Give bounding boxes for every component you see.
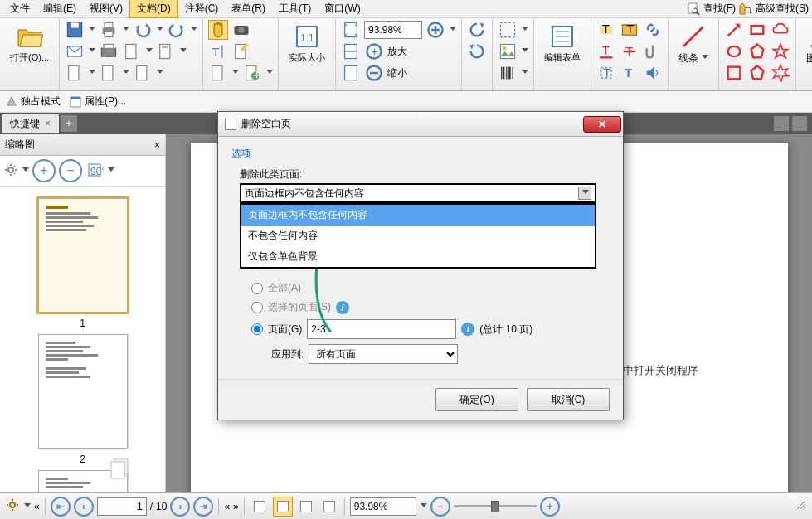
- exclusive-mode[interactable]: 独占模式: [5, 95, 61, 109]
- redo-icon[interactable]: [167, 20, 187, 40]
- tab-0[interactable]: 快捷键×: [2, 114, 59, 133]
- image-icon[interactable]: [498, 41, 518, 61]
- cloud-icon[interactable]: [771, 20, 790, 40]
- burst-icon[interactable]: [771, 63, 790, 83]
- menu-file[interactable]: 文件: [3, 0, 36, 17]
- fit-page-icon[interactable]: [341, 20, 361, 40]
- caret-icon[interactable]: T: [596, 63, 616, 83]
- rotate-thumb-icon[interactable]: 90°: [85, 161, 104, 182]
- chevron-down-icon[interactable]: [578, 187, 591, 200]
- menu-window[interactable]: 窗口(W): [318, 0, 367, 17]
- zoom-in-label[interactable]: 放大: [387, 45, 407, 59]
- rect-icon[interactable]: [747, 20, 767, 40]
- zoom-input[interactable]: [364, 21, 422, 39]
- panel-toggle-icon[interactable]: «: [34, 501, 40, 512]
- underline-icon[interactable]: T: [596, 41, 616, 61]
- barcode-icon[interactable]: [498, 63, 518, 83]
- adv-find-label[interactable]: 高级查找(S): [756, 2, 809, 16]
- sound-icon[interactable]: [643, 63, 663, 83]
- fit-width-icon[interactable]: [341, 41, 361, 61]
- open-button[interactable]: 打开(O)...: [5, 20, 54, 67]
- range-all-radio[interactable]: [251, 283, 263, 294]
- lines-button[interactable]: 线条: [673, 20, 713, 69]
- edit-tool[interactable]: [231, 41, 251, 61]
- zoom-in-circle[interactable]: [425, 20, 445, 40]
- thumbnail-2[interactable]: [38, 334, 128, 449]
- print-icon[interactable]: [99, 20, 119, 40]
- last-page-button[interactable]: ⇥: [193, 497, 213, 517]
- pages-input[interactable]: [307, 319, 456, 339]
- new-tab-button[interactable]: +: [61, 115, 77, 132]
- info-icon[interactable]: i: [461, 323, 474, 336]
- snapshot-tool[interactable]: [231, 20, 251, 40]
- actual-size-button[interactable]: 1:1 实际大小: [284, 20, 330, 67]
- current-page-input[interactable]: [97, 497, 147, 516]
- continuous-view[interactable]: [273, 497, 293, 517]
- polygon-icon[interactable]: [747, 41, 767, 61]
- polygon2-icon[interactable]: [747, 63, 767, 83]
- menu-tools[interactable]: 工具(T): [272, 0, 318, 17]
- save-icon[interactable]: [65, 20, 85, 40]
- tab-dropdown[interactable]: [774, 116, 789, 131]
- menu-document[interactable]: 文档(D): [129, 0, 178, 18]
- menu-view[interactable]: 视图(V): [83, 0, 129, 17]
- thumb-zoom-out[interactable]: −: [59, 159, 82, 182]
- panel-close-icon[interactable]: ×: [154, 139, 160, 151]
- zoom-in-big[interactable]: +: [364, 41, 384, 61]
- facing-view[interactable]: [296, 497, 316, 517]
- doc2-icon[interactable]: [156, 41, 176, 61]
- rotate-ccw-icon[interactable]: [467, 20, 487, 40]
- star-icon[interactable]: [771, 41, 790, 61]
- ellipse-icon[interactable]: [724, 41, 744, 61]
- strikeout-icon[interactable]: T: [620, 41, 639, 61]
- apply-to-select[interactable]: 所有页面: [309, 344, 458, 364]
- insert-tool[interactable]: +: [242, 63, 262, 83]
- thumbnail-1[interactable]: [38, 198, 128, 313]
- combo-option-0[interactable]: 页面边框内不包含任何内容: [241, 205, 595, 226]
- options-gear-icon[interactable]: [5, 497, 20, 515]
- next-view-icon[interactable]: »: [233, 501, 239, 512]
- edit-form-button[interactable]: 编辑表单: [539, 20, 586, 67]
- menu-comment[interactable]: 注释(C): [178, 0, 226, 17]
- zoom-slider[interactable]: [454, 505, 537, 507]
- tab-close-all[interactable]: [792, 116, 807, 131]
- doc1-icon[interactable]: [122, 41, 142, 61]
- info-icon[interactable]: i: [336, 301, 349, 314]
- zoom-out-label[interactable]: 缩小: [387, 66, 407, 80]
- resize-grip-icon[interactable]: [795, 499, 807, 513]
- properties-button[interactable]: 属性(P)...: [69, 95, 126, 109]
- single-page-view[interactable]: [250, 497, 270, 517]
- stamp-button[interactable]: 图章: [801, 20, 812, 69]
- link-icon[interactable]: [643, 20, 663, 40]
- first-page-button[interactable]: ⇤: [51, 497, 71, 517]
- next-page-button[interactable]: ›: [170, 497, 190, 517]
- status-zoom-out[interactable]: −: [430, 497, 450, 517]
- range-selected-radio[interactable]: [251, 302, 263, 313]
- range-pages-radio[interactable]: [251, 323, 263, 335]
- arrow-icon[interactable]: [724, 20, 744, 40]
- ok-button[interactable]: 确定(O): [435, 388, 518, 411]
- menu-edit[interactable]: 编辑(E): [36, 0, 83, 17]
- status-zoom-input[interactable]: [350, 497, 416, 516]
- doc5-icon[interactable]: [133, 63, 153, 83]
- select-marquee-icon[interactable]: [498, 20, 518, 40]
- select-text-tool[interactable]: T: [208, 41, 228, 61]
- fit-visible-icon[interactable]: [341, 63, 361, 83]
- combo-option-2[interactable]: 仅包含单色背景: [241, 246, 595, 267]
- highlight-icon[interactable]: T: [596, 20, 616, 40]
- rect2-icon[interactable]: [724, 63, 744, 83]
- doc-tool[interactable]: [208, 63, 228, 83]
- continuous-facing-view[interactable]: [319, 497, 339, 517]
- dialog-close-button[interactable]: ✕: [583, 116, 621, 133]
- rotate-cw-icon[interactable]: [467, 41, 487, 61]
- page-class-combo[interactable]: 页面边框内不包含任何内容: [240, 183, 596, 203]
- close-tab-icon[interactable]: ×: [45, 118, 51, 129]
- gear-icon[interactable]: [3, 162, 18, 180]
- zoom-out-big[interactable]: [364, 63, 384, 83]
- find-label[interactable]: 查找(F): [703, 2, 736, 16]
- thumb-zoom-in[interactable]: +: [32, 159, 56, 182]
- menu-form[interactable]: 表单(R): [225, 0, 272, 17]
- text-box-icon[interactable]: T: [620, 20, 639, 40]
- combo-option-1[interactable]: 不包含任何内容: [241, 226, 595, 246]
- doc4-icon[interactable]: [99, 63, 119, 83]
